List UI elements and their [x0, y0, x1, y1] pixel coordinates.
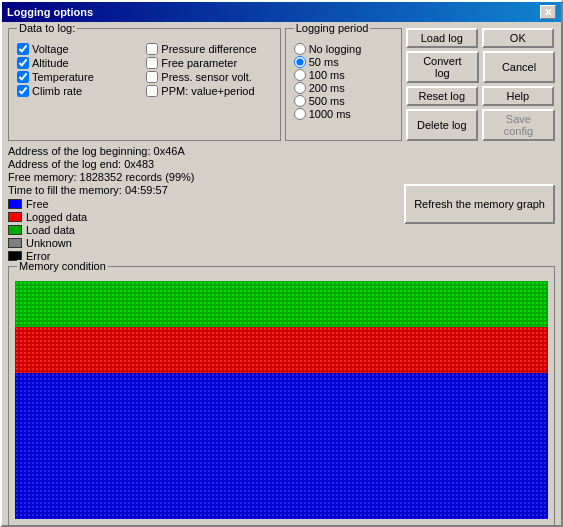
200ms-label: 200 ms — [309, 82, 345, 94]
legend-free: Free — [8, 198, 398, 210]
title-bar: Logging options ✕ — [2, 2, 561, 22]
climb-rate-label: Climb rate — [32, 85, 82, 97]
press-sensor-checkbox[interactable] — [146, 71, 158, 83]
temperature-checkbox[interactable] — [17, 71, 29, 83]
delete-log-button[interactable]: Delete log — [406, 109, 478, 141]
log-end-info: Address of the log end: 0x483 — [8, 158, 398, 170]
data-to-log-label: Data to log: — [17, 22, 77, 34]
btn-row-3: Reset log Help — [406, 86, 555, 106]
ppm-checkbox[interactable] — [146, 85, 158, 97]
legend-load: Load data — [8, 224, 398, 236]
save-config-button[interactable]: Save config — [482, 109, 555, 141]
radio-no-logging[interactable]: No logging — [294, 43, 393, 55]
1000ms-radio[interactable] — [294, 108, 306, 120]
altitude-label: Altitude — [32, 57, 69, 69]
free-memory-info: Free memory: 1828352 records (99%) — [8, 171, 398, 183]
press-sensor-label: Press. sensor volt. — [161, 71, 251, 83]
altitude-checkbox[interactable] — [17, 57, 29, 69]
ok-button[interactable]: OK — [482, 28, 554, 48]
memory-condition-label: Memory condition — [17, 260, 108, 272]
radio-100ms[interactable]: 100 ms — [294, 69, 393, 81]
btn-row-1: Load log OK — [406, 28, 555, 48]
checkbox-pressure-diff[interactable]: Pressure difference — [146, 43, 271, 55]
refresh-memory-graph-button[interactable]: Refresh the memory graph — [404, 184, 555, 224]
checkbox-press-sensor[interactable]: Press. sensor volt. — [146, 71, 271, 83]
no-logging-radio[interactable] — [294, 43, 306, 55]
voltage-checkbox[interactable] — [17, 43, 29, 55]
legend-section: Free Logged data Load data Unknown — [8, 198, 398, 262]
legend-unknown-label: Unknown — [26, 237, 72, 249]
legend-load-color — [8, 225, 22, 235]
200ms-radio[interactable] — [294, 82, 306, 94]
checkbox-altitude[interactable]: Altitude — [17, 57, 142, 69]
temperature-label: Temperature — [32, 71, 94, 83]
checkbox-climb-rate[interactable]: Climb rate — [17, 85, 142, 97]
legend-unknown: Unknown — [8, 237, 398, 249]
radio-group: No logging 50 ms 100 ms 200 ms — [294, 43, 393, 120]
legend-logged-color — [8, 212, 22, 222]
1000ms-label: 1000 ms — [309, 108, 351, 120]
btn-row-4: Delete log Save config — [406, 109, 555, 141]
pressure-diff-label: Pressure difference — [161, 43, 256, 55]
100ms-radio[interactable] — [294, 69, 306, 81]
window-content: Data to log: Voltage Pressure difference… — [2, 22, 561, 527]
btn-row-2: Convert log Cancel — [406, 51, 555, 83]
500ms-radio[interactable] — [294, 95, 306, 107]
blue-stripe — [15, 373, 548, 519]
legend-free-color — [8, 199, 22, 209]
right-buttons-panel: Load log OK Convert log Cancel Reset log… — [406, 28, 555, 141]
cancel-button[interactable]: Cancel — [483, 51, 555, 83]
legend-logged-label: Logged data — [26, 211, 87, 223]
load-log-button[interactable]: Load log — [406, 28, 478, 48]
middle-section: Address of the log beginning: 0x46A Addr… — [8, 145, 555, 262]
legend-unknown-color — [8, 238, 22, 248]
free-param-label: Free parameter — [161, 57, 237, 69]
voltage-label: Voltage — [32, 43, 69, 55]
red-stripe — [15, 327, 548, 373]
checkbox-free-param[interactable]: Free parameter — [146, 57, 271, 69]
top-section: Data to log: Voltage Pressure difference… — [8, 28, 555, 141]
50ms-label: 50 ms — [309, 56, 339, 68]
100ms-label: 100 ms — [309, 69, 345, 81]
climb-rate-checkbox[interactable] — [17, 85, 29, 97]
reset-log-button[interactable]: Reset log — [406, 86, 478, 106]
no-logging-label: No logging — [309, 43, 362, 55]
memory-condition-group: Memory condition — [8, 266, 555, 526]
time-to-fill-info: Time to fill the memory: 04:59:57 — [8, 184, 398, 196]
log-beginning-info: Address of the log beginning: 0x46A — [8, 145, 398, 157]
radio-50ms[interactable]: 50 ms — [294, 56, 393, 68]
radio-200ms[interactable]: 200 ms — [294, 82, 393, 94]
checkbox-grid: Voltage Pressure difference Altitude Fre… — [17, 43, 272, 97]
ppm-label: PPM: value+period — [161, 85, 254, 97]
close-button[interactable]: ✕ — [540, 5, 556, 19]
info-legend-section: Address of the log beginning: 0x46A Addr… — [8, 145, 398, 262]
legend-free-label: Free — [26, 198, 49, 210]
window-title: Logging options — [7, 6, 93, 18]
checkbox-temperature[interactable]: Temperature — [17, 71, 142, 83]
green-stripe — [15, 281, 548, 327]
convert-log-button[interactable]: Convert log — [406, 51, 479, 83]
radio-1000ms[interactable]: 1000 ms — [294, 108, 393, 120]
checkbox-voltage[interactable]: Voltage — [17, 43, 142, 55]
memory-canvas — [15, 281, 548, 519]
pressure-diff-checkbox[interactable] — [146, 43, 158, 55]
radio-500ms[interactable]: 500 ms — [294, 95, 393, 107]
500ms-label: 500 ms — [309, 95, 345, 107]
data-to-log-group: Data to log: Voltage Pressure difference… — [8, 28, 281, 141]
logging-options-window: Logging options ✕ Data to log: Voltage P… — [0, 0, 563, 527]
help-button[interactable]: Help — [482, 86, 554, 106]
free-param-checkbox[interactable] — [146, 57, 158, 69]
legend-logged: Logged data — [8, 211, 398, 223]
logging-period-group: Logging period No logging 50 ms 100 ms — [285, 28, 402, 141]
legend-load-label: Load data — [26, 224, 75, 236]
logging-period-label: Logging period — [294, 22, 371, 34]
50ms-radio[interactable] — [294, 56, 306, 68]
refresh-button-container: Refresh the memory graph — [404, 145, 555, 262]
checkbox-ppm[interactable]: PPM: value+period — [146, 85, 271, 97]
